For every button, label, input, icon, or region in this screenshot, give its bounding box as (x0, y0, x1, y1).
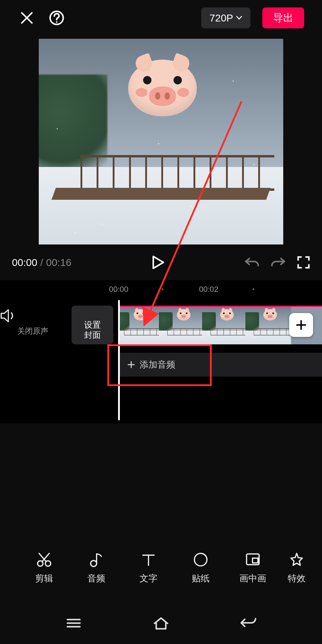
tool-edit[interactable]: 剪辑 (18, 552, 70, 585)
system-nav-bar (0, 602, 322, 644)
tool-sticker[interactable]: 贴纸 (174, 552, 227, 585)
cover-label: 设置 封面 (72, 320, 113, 340)
mute-original-audio[interactable]: 关闭原声 (0, 309, 66, 336)
video-track: 关闭原声 设置 封面 (0, 306, 322, 347)
export-button[interactable]: 导出 (262, 7, 304, 28)
tool-effects[interactable]: 特效 (279, 552, 315, 585)
plus-icon (127, 360, 135, 369)
add-audio-button[interactable]: 添加音频 (118, 353, 322, 377)
ruler-dot (162, 288, 163, 290)
tool-text[interactable]: 文字 (122, 552, 174, 585)
sticker-icon (193, 552, 209, 568)
set-cover-button[interactable]: 设置 封面 (72, 306, 113, 344)
home-icon (153, 616, 169, 630)
quality-label: 720P (210, 12, 233, 24)
tool-label: 画中画 (239, 572, 266, 585)
undo-button[interactable] (244, 256, 259, 269)
mute-label: 关闭原声 (0, 326, 66, 336)
pip-icon (245, 552, 261, 568)
music-note-icon (88, 552, 104, 568)
effects-icon (289, 552, 305, 568)
fullscreen-button[interactable] (297, 256, 310, 269)
tool-label: 剪辑 (35, 572, 53, 585)
ruler-tick: 00:00 (109, 285, 128, 294)
quality-selector[interactable]: 720P (201, 7, 250, 28)
chevron-down-icon (236, 16, 242, 20)
tool-label: 音频 (87, 572, 105, 585)
scissors-icon (36, 552, 52, 568)
fullscreen-icon (297, 256, 310, 269)
undo-icon (244, 256, 259, 269)
nav-back-button[interactable] (236, 616, 260, 631)
current-time: 00:00 (12, 257, 37, 268)
add-clip-button[interactable] (289, 313, 313, 337)
tool-label: 特效 (288, 572, 306, 585)
audio-track: 添加音频 (0, 353, 322, 377)
pig-sticker (128, 60, 197, 116)
redo-icon (271, 256, 286, 269)
ruler-dot (253, 288, 254, 290)
menu-icon (66, 617, 82, 629)
top-bar: 720P 导出 (0, 0, 322, 36)
video-preview[interactable] (39, 39, 283, 244)
svg-point-1 (56, 21, 57, 23)
playback-bar: 00:00 / 00:16 (0, 244, 322, 280)
nav-home-button[interactable] (149, 616, 173, 631)
speaker-icon (0, 309, 17, 323)
add-audio-label: 添加音频 (140, 359, 175, 371)
back-icon (239, 617, 257, 629)
plus-icon (295, 319, 307, 331)
svg-point-5 (91, 561, 97, 566)
ruler-tick: 00:02 (199, 285, 218, 294)
timeline[interactable]: 00:00 00:02 关闭原声 设置 封面 (0, 280, 322, 423)
svg-rect-8 (253, 558, 258, 563)
time-ruler: 00:00 00:02 (0, 285, 322, 300)
time-separator: / (40, 257, 43, 268)
play-icon (151, 255, 165, 270)
tool-label: 文字 (140, 572, 157, 585)
play-button[interactable] (151, 255, 165, 270)
duration: 00:16 (46, 257, 72, 268)
bottom-toolbar: 剪辑 音频 文字 贴纸 画中画 特效 (0, 543, 322, 593)
nav-recent-button[interactable] (62, 616, 86, 631)
tool-pip[interactable]: 画中画 (227, 552, 279, 585)
playhead[interactable] (118, 300, 120, 420)
help-icon[interactable] (48, 9, 66, 27)
redo-button[interactable] (271, 256, 286, 269)
preview-area (0, 36, 322, 244)
close-icon[interactable] (18, 9, 36, 27)
export-label: 导出 (273, 11, 293, 25)
tool-audio[interactable]: 音频 (70, 552, 122, 585)
text-icon (140, 552, 157, 568)
tool-label: 贴纸 (192, 572, 210, 585)
